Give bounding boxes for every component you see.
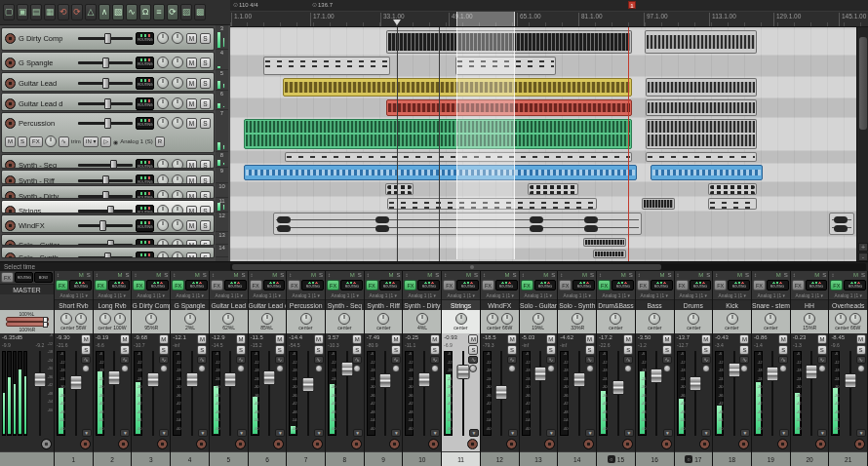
mini-solo[interactable]: S	[203, 272, 207, 278]
input-arrow-button[interactable]: ▾	[120, 429, 130, 437]
mini-solo[interactable]: S	[706, 272, 710, 278]
send-knob[interactable]	[857, 365, 865, 372]
mini-mute[interactable]: M	[388, 272, 393, 278]
routing-button[interactable]: ROUTING	[456, 280, 479, 291]
mini-mute[interactable]: M	[621, 272, 626, 278]
mini-mute[interactable]: M	[814, 272, 819, 278]
track-panel-guitar-lead-d[interactable]: Guitar Lead dROUTINGMS	[1, 93, 215, 111]
clip-solo-synth[interactable]	[593, 250, 626, 258]
record-arm-button[interactable]	[5, 98, 16, 109]
input-arrow-button[interactable]: ▾	[237, 429, 247, 437]
solo-button[interactable]: S	[856, 345, 866, 355]
mute-button[interactable]: M	[623, 334, 633, 344]
mixer-strip-g-dirty-comp[interactable]: ↕MSFXROUTINGAnalog 1 (1 ▾G Dirty Comp95%…	[132, 271, 171, 466]
fader-thumb[interactable]	[69, 375, 82, 390]
clip-synth-seq[interactable]	[646, 152, 757, 162]
input-arrow-button[interactable]: ▾	[430, 429, 440, 437]
slider-thumb[interactable]	[104, 252, 111, 259]
mute-button[interactable]: M	[186, 33, 197, 44]
phase-button[interactable]: ∿	[546, 356, 556, 364]
clip-g-spangle[interactable]	[263, 57, 390, 75]
input-arrow-button[interactable]: ▾	[663, 429, 673, 437]
width-knob[interactable]	[172, 57, 183, 68]
track-panel-solo-synth[interactable]: Solo - SynthROUTINGMS	[1, 247, 215, 258]
mini-solo[interactable]: S	[667, 272, 671, 278]
open-project-icon[interactable]: ▣	[17, 4, 28, 20]
trim-knob[interactable]	[45, 136, 57, 147]
width-knob[interactable]	[172, 159, 183, 169]
solo-button[interactable]: S	[200, 191, 211, 200]
phase-button[interactable]: ∿	[197, 356, 207, 364]
mute-button[interactable]: M	[5, 136, 16, 147]
send-knob[interactable]	[315, 365, 323, 372]
mini-solo[interactable]: S	[629, 272, 633, 278]
record-arm-button[interactable]	[854, 439, 865, 449]
undo-icon[interactable]: ⟲	[58, 4, 69, 20]
send-knob[interactable]	[276, 365, 284, 372]
clip-solo-guitar[interactable]	[583, 238, 626, 247]
mini-mute[interactable]: M	[737, 272, 742, 278]
width-knob[interactable]	[172, 175, 183, 184]
record-arm-button[interactable]	[157, 439, 168, 449]
phase-button[interactable]: ∿	[236, 356, 246, 364]
io-button[interactable]: ↕	[173, 271, 176, 279]
io-button[interactable]: ↕	[134, 271, 137, 279]
metronome-icon[interactable]: △	[85, 4, 97, 20]
input-arrow-button[interactable]: ▾	[779, 429, 789, 437]
mixer-strip-percussion[interactable]: ↕MSFXROUTINGAnalog 1 (1 ▾Percussioncente…	[287, 271, 326, 466]
slider-thumb[interactable]	[104, 118, 111, 129]
routing-button[interactable]: ROUTING	[572, 280, 595, 291]
mute-button[interactable]: M	[120, 334, 130, 344]
mini-solo[interactable]: S	[358, 272, 362, 278]
routing-button[interactable]: ROUTING	[136, 205, 154, 214]
track-panel-synth-seq[interactable]: Synth - SeqROUTINGMS	[1, 154, 215, 169]
mute-button[interactable]: M	[585, 334, 595, 344]
track-panel-strings[interactable]: StringsROUTINGMS	[1, 200, 215, 214]
mini-solo[interactable]: S	[861, 272, 865, 278]
width-knob[interactable]	[114, 313, 126, 325]
mixer-strip-g-spangle[interactable]: ↕MSFXROUTINGAnalog 1 (1 ▾G Spangle2%L-12…	[171, 271, 210, 466]
fader-thumb[interactable]	[572, 372, 585, 387]
fx-button[interactable]: FX	[792, 280, 805, 291]
fader-thumb[interactable]	[612, 380, 624, 395]
record-arm-button[interactable]	[273, 439, 284, 449]
slider-thumb[interactable]	[102, 58, 109, 68]
pan-knob[interactable]	[727, 313, 738, 325]
mini-solo[interactable]: S	[784, 272, 788, 278]
fader-thumb[interactable]	[301, 377, 314, 392]
clip-strings[interactable]	[642, 198, 675, 210]
mute-button[interactable]: M	[468, 334, 478, 344]
record-arm-button[interactable]	[506, 439, 517, 449]
io-button[interactable]: ↕	[96, 271, 99, 279]
pan-knob[interactable]	[649, 313, 660, 325]
routing-button[interactable]: ROUTING	[728, 280, 750, 291]
input-arrow-button[interactable]: ▾	[508, 429, 518, 437]
mini-mute[interactable]: M	[698, 272, 703, 278]
io-button[interactable]: ↕	[367, 271, 370, 279]
routing-button[interactable]: ROUTING	[340, 280, 363, 291]
record-arm-button[interactable]	[5, 118, 16, 129]
mixer-strip-synth-dirty[interactable]: ↕MSFXROUTINGAnalog 1 (1 ▾Synth - Dirty4%…	[403, 271, 442, 466]
solo-button[interactable]: S	[701, 345, 711, 355]
solo-button[interactable]: S	[200, 78, 211, 89]
routing-button[interactable]: ROUTING	[136, 252, 154, 259]
phase-button[interactable]: ∿	[856, 356, 866, 364]
track-panel-synth-riff[interactable]: Synth - RiffROUTINGMS	[1, 170, 215, 184]
screenshot-icon[interactable]: ▩	[194, 4, 206, 20]
mixer-strip-drums[interactable]: ↕MSFXROUTINGAnalog 1 (1 ▾Drumscenter-13.…	[675, 271, 714, 466]
width-knob[interactable]	[172, 190, 183, 199]
pan-knob[interactable]	[157, 239, 169, 246]
solo-button[interactable]: S	[200, 206, 211, 214]
mute-button[interactable]: M	[546, 334, 556, 344]
arrange-view[interactable]	[230, 27, 856, 261]
input-selector[interactable]: Analog 1 (1 ▾	[326, 291, 364, 300]
fx-button[interactable]: FX	[753, 280, 766, 291]
mini-solo[interactable]: S	[590, 272, 594, 278]
solo-button[interactable]: S	[120, 345, 130, 355]
mono-button[interactable]: MONO	[34, 272, 53, 283]
save-project-icon[interactable]: ▤	[30, 4, 42, 20]
record-arm-button[interactable]	[5, 58, 16, 68]
mini-solo[interactable]: S	[242, 272, 246, 278]
mute-button[interactable]: M	[662, 334, 672, 344]
solo-button[interactable]: S	[200, 118, 211, 129]
